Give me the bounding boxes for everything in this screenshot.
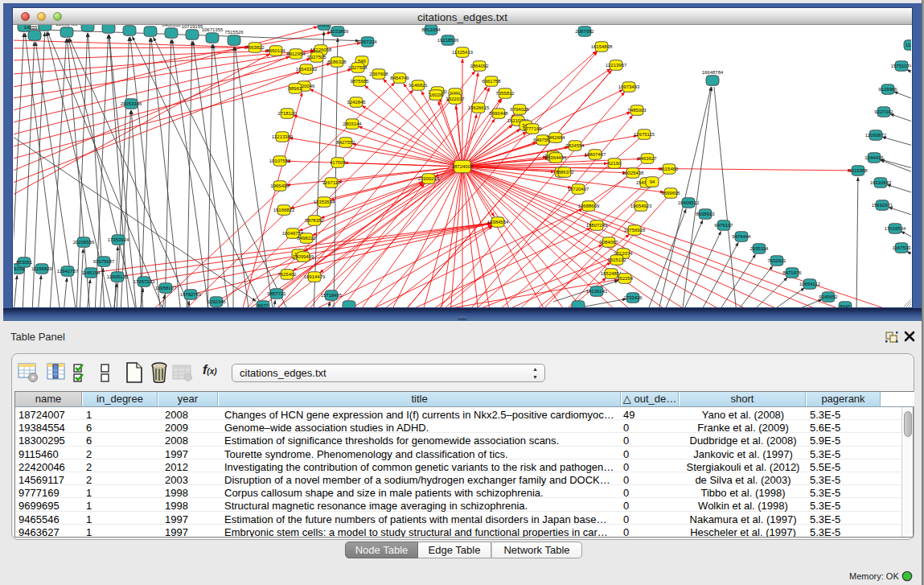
svg-text:7886372: 7886372 <box>555 170 574 175</box>
svg-text:15226058: 15226058 <box>310 47 331 52</box>
svg-text:12975115: 12975115 <box>633 132 655 137</box>
svg-text:8660124: 8660124 <box>266 48 285 53</box>
svg-text:11325419: 11325419 <box>451 50 473 55</box>
svg-text:17016504: 17016504 <box>884 226 906 231</box>
svg-text:3824554: 3824554 <box>565 143 585 148</box>
svg-text:12213967: 12213967 <box>605 63 626 68</box>
svg-text:16648784: 16648784 <box>701 70 723 75</box>
svg-text:9327505: 9327505 <box>307 55 326 60</box>
svg-text:6479197: 6479197 <box>714 223 733 228</box>
svg-text:12905135: 12905135 <box>106 274 128 279</box>
svg-text:3322037: 3322037 <box>446 97 465 101</box>
svg-text:10973493: 10973493 <box>618 84 639 89</box>
svg-text:3267110: 3267110 <box>322 180 341 185</box>
svg-text:1864092: 1864092 <box>470 64 489 68</box>
svg-text:98961: 98961 <box>288 86 302 91</box>
svg-text:7632621: 7632621 <box>767 258 786 263</box>
svg-text:6794028: 6794028 <box>510 107 529 112</box>
svg-text:5878352: 5878352 <box>305 218 324 223</box>
svg-text:16033809: 16033809 <box>326 29 348 34</box>
svg-text:9146821: 9146821 <box>409 83 428 88</box>
svg-text:62160: 62160 <box>607 161 621 166</box>
svg-text:8990448: 8990448 <box>489 111 508 116</box>
svg-text:8471676: 8471676 <box>782 270 802 275</box>
svg-text:12213369: 12213369 <box>271 134 293 139</box>
svg-text:93975687: 93975687 <box>92 259 114 264</box>
svg-text:9227342: 9227342 <box>874 109 893 114</box>
svg-text:94: 94 <box>649 179 655 184</box>
svg-text:417005: 417005 <box>329 160 346 165</box>
svg-text:1733426: 1733426 <box>623 295 643 300</box>
svg-text:8938913: 8938913 <box>696 212 715 216</box>
svg-text:10719155: 10719155 <box>181 25 203 29</box>
svg-text:12353594: 12353594 <box>313 200 335 204</box>
svg-text:6961758: 6961758 <box>482 79 501 84</box>
svg-text:16914479: 16914479 <box>303 274 325 279</box>
svg-text:7462664: 7462664 <box>546 135 565 140</box>
svg-text:12093872: 12093872 <box>864 133 886 138</box>
svg-text:14136141: 14136141 <box>585 289 607 294</box>
svg-text:2803144: 2803144 <box>343 122 362 126</box>
svg-text:7357224: 7357224 <box>358 39 377 44</box>
svg-text:10671355: 10671355 <box>201 27 223 32</box>
svg-text:7515526: 7515526 <box>224 30 244 35</box>
svg-text:9463627: 9463627 <box>638 156 657 161</box>
svg-text:20206556: 20206556 <box>72 240 94 245</box>
svg-text:8912954: 8912954 <box>286 51 306 56</box>
svg-text:10807487: 10807487 <box>584 152 606 157</box>
svg-text:9084067: 9084067 <box>599 240 618 245</box>
svg-text:8427552: 8427552 <box>336 140 355 145</box>
svg-text:18724007: 18724007 <box>451 164 473 169</box>
svg-text:3242845: 3242845 <box>347 100 366 105</box>
svg-text:20364436: 20364436 <box>544 155 566 160</box>
svg-text:15692971: 15692971 <box>871 203 893 208</box>
svg-text:9115460: 9115460 <box>659 167 679 171</box>
svg-text:7625402: 7625402 <box>277 272 297 277</box>
svg-text:10654112: 10654112 <box>799 282 820 286</box>
svg-text:2935114: 2935114 <box>749 246 769 251</box>
svg-text:1145194: 1145194 <box>81 270 101 275</box>
svg-text:1292346: 1292346 <box>207 299 226 304</box>
svg-text:15718485: 15718485 <box>320 293 342 298</box>
svg-text:9327508: 9327508 <box>348 65 368 70</box>
svg-text:1112: 1112 <box>905 43 910 47</box>
svg-text:16026: 16026 <box>429 93 442 97</box>
svg-text:853051: 853051 <box>15 260 32 265</box>
svg-text:8813054: 8813054 <box>421 27 441 32</box>
svg-text:10688609: 10688609 <box>577 204 599 208</box>
svg-text:19166822: 19166822 <box>273 208 294 212</box>
svg-text:19654923: 19654923 <box>630 204 651 208</box>
svg-text:8186328: 8186328 <box>327 60 347 64</box>
svg-text:2718120: 2718120 <box>277 111 297 116</box>
svg-text:18807249: 18807249 <box>585 223 607 228</box>
svg-text:8498222: 8498222 <box>297 236 316 241</box>
svg-text:8677: 8677 <box>257 303 269 307</box>
svg-text:8645: 8645 <box>840 304 851 307</box>
svg-text:9699695: 9699695 <box>661 191 680 196</box>
svg-text:23300215: 23300215 <box>417 176 439 181</box>
svg-text:10025438: 10025438 <box>622 171 643 175</box>
svg-text:16782759: 16782759 <box>179 292 201 297</box>
svg-text:10107552: 10107552 <box>269 159 290 163</box>
svg-text:11156829: 11156829 <box>31 266 52 271</box>
svg-text:9474444: 9474444 <box>732 234 751 239</box>
svg-text:2367608: 2367608 <box>369 72 388 76</box>
svg-text:16543362: 16543362 <box>295 67 317 72</box>
svg-text:16154808: 16154808 <box>590 44 612 49</box>
svg-text:8454749: 8454749 <box>390 76 409 80</box>
svg-text:1615132: 1615132 <box>607 257 626 262</box>
svg-text:19218506: 19218506 <box>437 38 458 43</box>
svg-text:12942757: 12942757 <box>56 269 78 274</box>
svg-text:17957223: 17957223 <box>133 279 154 284</box>
svg-text:2087682: 2087682 <box>575 29 594 34</box>
svg-text:17353924: 17353924 <box>107 237 129 242</box>
svg-text:3215958: 3215958 <box>848 168 868 173</box>
svg-text:1167533: 1167533 <box>892 245 910 250</box>
svg-text:15751074: 15751074 <box>890 64 910 68</box>
svg-text:1965493: 1965493 <box>270 183 290 188</box>
svg-text:7355812: 7355812 <box>495 91 515 96</box>
svg-text:9777169: 9777169 <box>523 126 542 131</box>
svg-text:14099459: 14099459 <box>292 254 314 259</box>
svg-text:16210643: 16210643 <box>869 180 891 185</box>
svg-text:1244415: 1244415 <box>864 155 884 160</box>
